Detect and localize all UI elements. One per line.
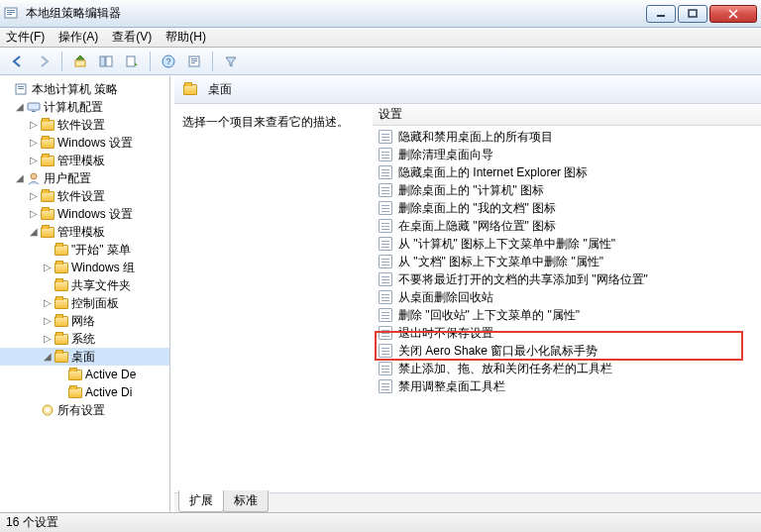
policy-item-icon [379, 219, 392, 233]
tab-extended[interactable]: 扩展 [178, 490, 224, 512]
svg-rect-18 [18, 88, 24, 89]
menu-help[interactable]: 帮助(H) [165, 29, 206, 46]
tree-software-settings[interactable]: ▷软件设置 [0, 116, 169, 134]
policy-item-icon [379, 255, 392, 268]
setting-item-label: 隐藏和禁用桌面上的所有项目 [398, 129, 553, 146]
maximize-button[interactable] [678, 5, 707, 23]
setting-item[interactable]: 隐藏桌面上的 Internet Explorer 图标 [373, 163, 761, 181]
setting-item[interactable]: 关闭 Aero Shake 窗口最小化鼠标手势 [373, 342, 761, 360]
menu-view[interactable]: 查看(V) [112, 29, 152, 46]
tree-root[interactable]: 本地计算机 策略 [0, 80, 169, 98]
setting-item[interactable]: 禁止添加、拖、放和关闭任务栏的工具栏 [373, 360, 761, 377]
policy-item-icon [379, 344, 392, 358]
setting-item[interactable]: 隐藏和禁用桌面上的所有项目 [373, 128, 761, 146]
description-pane: 选择一个项目来查看它的描述。 [174, 104, 373, 492]
tree-desktop[interactable]: ◢桌面 [0, 348, 169, 366]
setting-item-label: 禁用调整桌面工具栏 [398, 378, 505, 395]
user-icon [26, 170, 42, 186]
tab-standard[interactable]: 标准 [223, 490, 269, 512]
setting-item-label: 不要将最近打开的文档的共享添加到 "网络位置" [398, 271, 648, 288]
close-button[interactable] [709, 5, 757, 23]
setting-item-label: 删除清理桌面向导 [398, 147, 493, 163]
svg-point-21 [31, 173, 37, 179]
policy-item-icon [379, 272, 392, 286]
svg-rect-5 [689, 10, 697, 17]
all-settings-icon [40, 402, 55, 418]
computer-icon [26, 99, 42, 115]
setting-item[interactable]: 从桌面删除回收站 [373, 288, 761, 306]
svg-text:?: ? [165, 56, 170, 66]
policy-item-icon [379, 290, 392, 304]
svg-point-23 [46, 408, 50, 412]
show-hide-tree-button[interactable] [94, 51, 118, 72]
export-list-button[interactable] [120, 51, 144, 72]
svg-rect-2 [7, 12, 15, 13]
minimize-button[interactable] [646, 5, 676, 23]
setting-item[interactable]: 退出时不保存设置 [373, 324, 761, 342]
svg-rect-6 [75, 60, 85, 66]
tree-windows-settings-user[interactable]: ▷Windows 设置 [0, 205, 169, 223]
policy-item-icon [379, 130, 392, 144]
menu-file[interactable]: 文件(F) [6, 29, 45, 46]
svg-rect-1 [7, 10, 15, 11]
forward-button[interactable] [32, 51, 55, 72]
menu-action[interactable]: 操作(A) [58, 29, 98, 46]
setting-item-label: 退出时不保存设置 [398, 325, 493, 342]
policy-icon [14, 81, 30, 97]
tree-control-panel[interactable]: ▷控制面板 [0, 294, 169, 312]
titlebar: 本地组策略编辑器 [0, 0, 761, 28]
filter-button[interactable] [219, 51, 243, 72]
tree-active-desktop[interactable]: Active De [0, 366, 169, 383]
list-header[interactable]: 设置 [373, 104, 761, 126]
properties-button[interactable] [182, 51, 206, 72]
setting-item-label: 从 "文档" 图标上下文菜单中删除 "属性" [398, 254, 603, 270]
policy-item-icon [379, 362, 392, 375]
setting-item[interactable]: 从 "文档" 图标上下文菜单中删除 "属性" [373, 253, 761, 270]
help-button[interactable]: ? [157, 51, 180, 72]
tree-user-config[interactable]: ◢用户配置 [0, 169, 169, 187]
tree-windows-settings[interactable]: ▷Windows 设置 [0, 134, 169, 152]
folder-icon [182, 82, 198, 98]
setting-item-label: 删除 "回收站" 上下文菜单的 "属性" [398, 307, 580, 324]
tree-windows-components[interactable]: ▷Windows 组 [0, 259, 169, 276]
svg-rect-9 [127, 56, 135, 66]
setting-item[interactable]: 从 "计算机" 图标上下文菜单中删除 "属性" [373, 235, 761, 253]
tree-network[interactable]: ▷网络 [0, 312, 169, 330]
column-header-setting: 设置 [379, 106, 402, 123]
setting-item[interactable]: 删除桌面上的 "我的文档" 图标 [373, 199, 761, 217]
tree-pane: 本地计算机 策略 ◢计算机配置 ▷软件设置 ▷Windows 设置 ▷管理模板 … [0, 76, 170, 512]
tree-active-directory[interactable]: Active Di [0, 383, 169, 401]
status-text: 16 个设置 [6, 514, 58, 531]
setting-item[interactable]: 禁用调整桌面工具栏 [373, 377, 761, 395]
tree-all-settings[interactable]: 所有设置 [0, 401, 169, 419]
tree-admin-templates-user[interactable]: ◢管理模板 [0, 223, 169, 241]
up-button[interactable] [68, 51, 92, 72]
description-prompt: 选择一个项目来查看它的描述。 [182, 114, 365, 131]
setting-item[interactable]: 不要将最近打开的文档的共享添加到 "网络位置" [373, 270, 761, 288]
tree-start-menu[interactable]: "开始" 菜单 [0, 241, 169, 259]
setting-item-label: 从 "计算机" 图标上下文菜单中删除 "属性" [398, 236, 615, 253]
setting-item-label: 关闭 Aero Shake 窗口最小化鼠标手势 [398, 343, 598, 360]
policy-item-icon [379, 237, 392, 251]
setting-item-label: 在桌面上隐藏 "网络位置" 图标 [398, 218, 556, 235]
setting-item-label: 隐藏桌面上的 Internet Explorer 图标 [398, 164, 588, 181]
tree-admin-templates[interactable]: ▷管理模板 [0, 152, 169, 169]
setting-item[interactable]: 在桌面上隐藏 "网络位置" 图标 [373, 217, 761, 235]
setting-item[interactable]: 删除 "回收站" 上下文菜单的 "属性" [373, 306, 761, 324]
tree-computer-config[interactable]: ◢计算机配置 [0, 98, 169, 116]
tree-system[interactable]: ▷系统 [0, 330, 169, 348]
policy-item-icon [379, 379, 392, 393]
tree-software-settings-user[interactable]: ▷软件设置 [0, 187, 169, 205]
menubar: 文件(F) 操作(A) 查看(V) 帮助(H) [0, 28, 761, 48]
svg-rect-8 [106, 56, 112, 66]
right-pane: 桌面 选择一个项目来查看它的描述。 设置 隐藏和禁用桌面上的所有项目删除清理桌面… [174, 76, 761, 512]
svg-rect-3 [7, 14, 12, 15]
setting-item[interactable]: 删除桌面上的 "计算机" 图标 [373, 181, 761, 199]
app-icon [4, 6, 20, 22]
back-button[interactable] [6, 51, 30, 72]
svg-rect-20 [32, 111, 36, 112]
setting-item[interactable]: 删除清理桌面向导 [373, 146, 761, 163]
tree-shared-folders[interactable]: 共享文件夹 [0, 276, 169, 294]
setting-item-label: 删除桌面上的 "计算机" 图标 [398, 182, 544, 199]
svg-rect-14 [191, 60, 197, 61]
